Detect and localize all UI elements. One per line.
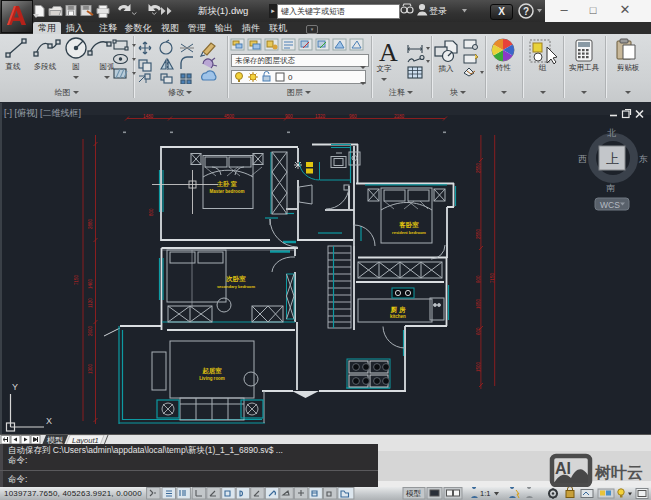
svg-text:客卧室: 客卧室	[398, 221, 419, 229]
svg-text:西: 西	[578, 154, 587, 164]
svg-text:900: 900	[285, 114, 293, 119]
svg-text:次卧室: 次卧室	[225, 275, 246, 283]
svg-text:960: 960	[349, 114, 357, 119]
svg-text:resident bedroom: resident bedroom	[392, 230, 426, 235]
svg-text:Living room: Living room	[199, 376, 225, 381]
svg-text:WCS: WCS	[600, 200, 620, 210]
svg-text:Y: Y	[12, 382, 18, 392]
svg-text:1480: 1480	[143, 114, 154, 119]
svg-text:上: 上	[606, 151, 619, 166]
svg-text:1650: 1650	[476, 298, 481, 309]
svg-text:2880: 2880	[88, 218, 93, 229]
svg-text:1460: 1460	[88, 278, 93, 289]
svg-text:1500: 1500	[476, 361, 481, 372]
svg-text:secondary bedroom: secondary bedroom	[217, 284, 256, 289]
svg-text:kitchen: kitchen	[390, 314, 406, 319]
svg-text:模型: 模型	[406, 489, 422, 498]
svg-text:7150: 7150	[74, 274, 79, 285]
svg-text:登录: 登录	[429, 6, 447, 16]
svg-text:0: 0	[288, 73, 293, 82]
svg-text:南: 南	[606, 183, 615, 193]
svg-text:?: ?	[523, 6, 529, 17]
svg-text:600: 600	[476, 327, 481, 335]
svg-text:2550: 2550	[476, 228, 481, 239]
svg-text:1300: 1300	[88, 363, 93, 374]
svg-text:AI: AI	[555, 460, 571, 477]
svg-text:2550: 2550	[476, 162, 481, 173]
svg-text:2180: 2180	[394, 114, 405, 119]
svg-text:800: 800	[149, 208, 154, 216]
svg-text:北: 北	[607, 128, 616, 138]
svg-text:主卧 室: 主卧 室	[216, 180, 237, 187]
svg-text:4500: 4500	[224, 114, 235, 119]
svg-text:厨 房: 厨 房	[390, 306, 406, 314]
svg-text:1320: 1320	[315, 114, 326, 119]
svg-text:1120: 1120	[88, 298, 93, 308]
svg-text:2600: 2600	[88, 325, 93, 336]
svg-text:Master bedroom: Master bedroom	[209, 189, 244, 194]
svg-text:起居室: 起居室	[202, 367, 222, 375]
svg-text:A: A	[379, 38, 398, 67]
svg-text:树叶云: 树叶云	[594, 464, 643, 481]
svg-text:900: 900	[476, 275, 481, 283]
svg-text:东: 东	[638, 154, 648, 164]
svg-text:7150: 7150	[490, 272, 495, 283]
svg-text:[-] [俯视] [二维线框]: [-] [俯视] [二维线框]	[4, 108, 81, 118]
svg-text:1:1: 1:1	[480, 489, 490, 498]
svg-text:X: X	[46, 416, 52, 426]
